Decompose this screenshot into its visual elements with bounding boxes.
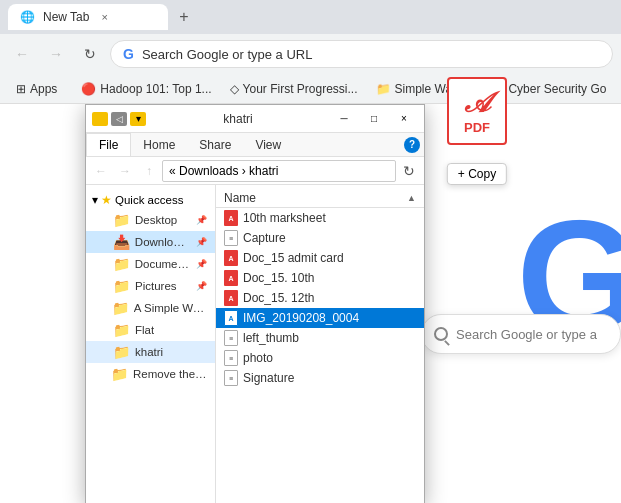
google-search-bar[interactable]: Search Google or type a <box>421 314 621 354</box>
refresh-button[interactable]: ↻ <box>76 40 104 68</box>
sidebar-item-documents[interactable]: 📁 Documents 📌 <box>86 253 215 275</box>
khatri-label: khatri <box>135 346 163 358</box>
file-list: Name ▲ A 10th marksheet ≡ Capture A Doc_… <box>216 185 424 503</box>
new-tab-button[interactable]: + <box>172 5 196 29</box>
bookmark-apps[interactable]: ⊞ Apps <box>8 79 65 99</box>
quick-access-heading[interactable]: ▾ ★ Quick access <box>86 189 215 209</box>
desktop-folder-icon: 📁 <box>113 212 130 228</box>
tab-view[interactable]: View <box>243 134 293 156</box>
copy-button[interactable]: + Copy <box>447 163 507 185</box>
breadcrumb-path: « Downloads › khatri <box>169 164 278 178</box>
file-item-signature[interactable]: ≡ Signature <box>216 368 424 388</box>
downloads-folder-icon: 📥 <box>113 234 130 250</box>
filename-signature: Signature <box>243 371 294 385</box>
minimize-button[interactable]: ─ <box>330 109 358 129</box>
doc-icon-photo: ≡ <box>224 350 238 366</box>
active-tab[interactable]: 🌐 New Tab × <box>8 4 168 30</box>
close-button[interactable]: × <box>390 109 418 129</box>
bookmarks-bar: ⊞ Apps 🔴 Hadoop 101: Top 1... ◇ Your Fir… <box>0 74 621 104</box>
explorer-titlebar: ◁ ▾ khatri ─ □ × <box>86 105 424 133</box>
tab-file[interactable]: File <box>86 133 131 156</box>
bookmark-progressive-label: Your First Progressi... <box>243 82 358 96</box>
quick-access-star: ★ <box>101 193 112 207</box>
sidebar-item-desktop[interactable]: 📁 Desktop 📌 <box>86 209 215 231</box>
quick-access-arrow: ▾ <box>92 193 98 207</box>
pdf-label: PDF <box>464 120 490 135</box>
google-logo-small: G <box>123 46 134 62</box>
desktop-pin-icon: 📌 <box>196 215 207 225</box>
browser-chrome: 🌐 New Tab × + ← → ↻ G Search Google or t… <box>0 0 621 104</box>
search-placeholder-text: Search Google or type a <box>456 327 597 342</box>
explorer-sidebar: ▾ ★ Quick access 📁 Desktop 📌 📥 Downloads… <box>86 185 216 503</box>
pictures-pin-icon: 📌 <box>196 281 207 291</box>
name-column-header: Name <box>224 191 256 205</box>
url-bar[interactable]: G Search Google or type a URL <box>110 40 613 68</box>
filename-capture: Capture <box>243 231 286 245</box>
exp-forward-button[interactable]: → <box>114 160 136 182</box>
sidebar-item-khatri[interactable]: 📁 khatri <box>86 341 215 363</box>
sidebar-item-pictures[interactable]: 📁 Pictures 📌 <box>86 275 215 297</box>
sort-arrow: ▲ <box>407 193 416 203</box>
tab-favicon: 🌐 <box>20 10 35 24</box>
documents-label: Documents <box>135 258 191 270</box>
file-item-capture[interactable]: ≡ Capture <box>216 228 424 248</box>
pdf-floating-icon[interactable]: 𝒜 PDF + Copy <box>443 77 511 157</box>
forward-button[interactable]: → <box>42 40 70 68</box>
tab-close-btn[interactable]: × <box>101 11 107 23</box>
tab-home[interactable]: Home <box>131 134 187 156</box>
maximize-button[interactable]: □ <box>360 109 388 129</box>
progressive-icon: ◇ <box>230 82 239 96</box>
bookmark-apps-label: Apps <box>30 82 57 96</box>
filename-img: IMG_20190208_0004 <box>243 311 359 325</box>
page-content: G Search Google or type a ◁ ▾ khatri ─ □… <box>0 104 621 503</box>
pdf-icon-admit: A <box>224 250 238 266</box>
sidebar-item-remove[interactable]: 📁 Remove the Par... <box>86 363 215 385</box>
file-item-img[interactable]: A IMG_20190208_0004 <box>216 308 424 328</box>
title-icon-folder: ▾ <box>130 112 146 126</box>
exp-back-button[interactable]: ← <box>90 160 112 182</box>
pdf-icon-doc10th: A <box>224 270 238 286</box>
pdf-icon-marksheet: A <box>224 210 238 226</box>
window-controls: ─ □ × <box>330 109 418 129</box>
file-item-doc12th[interactable]: A Doc_15. 12th <box>216 288 424 308</box>
sidebar-item-simpleway[interactable]: 📁 A Simple Way to <box>86 297 215 319</box>
documents-folder-icon: 📁 <box>113 256 130 272</box>
address-bar: ← → ↻ G Search Google or type a URL <box>0 34 621 74</box>
sidebar-item-flat[interactable]: 📁 Flat <box>86 319 215 341</box>
back-button[interactable]: ← <box>8 40 36 68</box>
file-item-doc10th[interactable]: A Doc_15. 10th <box>216 268 424 288</box>
filename-marksheet: 10th marksheet <box>243 211 326 225</box>
file-list-header[interactable]: Name ▲ <box>216 189 424 208</box>
tab-share[interactable]: Share <box>187 134 243 156</box>
explorer-body: ▾ ★ Quick access 📁 Desktop 📌 📥 Downloads… <box>86 185 424 503</box>
sidebar-item-downloads[interactable]: 📥 Downloads 📌 <box>86 231 215 253</box>
doc-icon-signature: ≡ <box>224 370 238 386</box>
url-text: Search Google or type a URL <box>142 47 313 62</box>
file-item-admit[interactable]: A Doc_15 admit card <box>216 248 424 268</box>
bookmark-hadoop[interactable]: 🔴 Hadoop 101: Top 1... <box>73 79 219 99</box>
exp-up-button[interactable]: ↑ <box>138 160 160 182</box>
doc-icon-capture: ≡ <box>224 230 238 246</box>
exp-refresh-button[interactable]: ↻ <box>398 160 420 182</box>
search-icon <box>434 327 448 341</box>
pdf-icon-doc12th: A <box>224 290 238 306</box>
pictures-folder-icon: 📁 <box>113 278 130 294</box>
filename-doc10th: Doc_15. 10th <box>243 271 314 285</box>
file-item-photo[interactable]: ≡ photo <box>216 348 424 368</box>
help-button[interactable]: ? <box>404 137 420 153</box>
pdf-icon-box: 𝒜 PDF <box>447 77 507 145</box>
bookmark-progressive[interactable]: ◇ Your First Progressi... <box>222 79 366 99</box>
tab-title: New Tab <box>43 10 89 24</box>
pdf-icon-img: A <box>224 310 238 326</box>
flat-folder-icon: 📁 <box>113 322 130 338</box>
remove-folder-icon: 📁 <box>111 366 128 382</box>
simpleway-folder-icon: 📁 <box>112 300 129 316</box>
downloads-label: Downloads <box>135 236 191 248</box>
file-item-marksheet[interactable]: A 10th marksheet <box>216 208 424 228</box>
exp-breadcrumb[interactable]: « Downloads › khatri <box>162 160 396 182</box>
ribbon-tabs: File Home Share View ? <box>86 133 424 157</box>
desktop-label: Desktop <box>135 214 177 226</box>
remove-label: Remove the Par... <box>133 368 207 380</box>
file-item-thumb[interactable]: ≡ left_thumb <box>216 328 424 348</box>
title-icon-1 <box>92 112 108 126</box>
